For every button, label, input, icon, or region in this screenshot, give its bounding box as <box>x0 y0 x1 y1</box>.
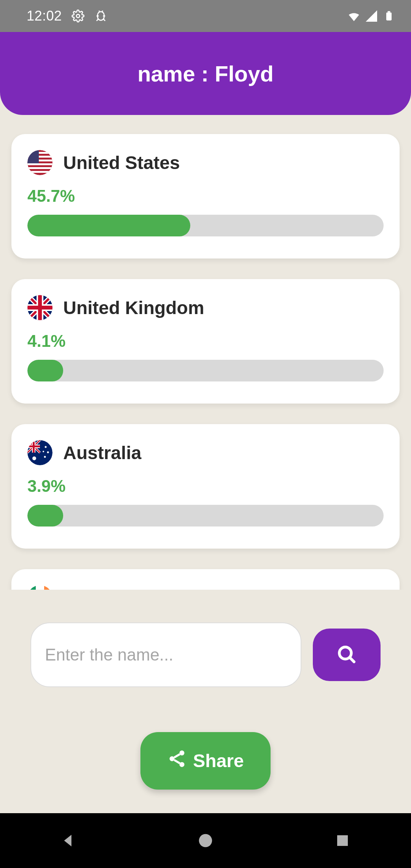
svg-point-30 <box>199 834 212 847</box>
progress-bar <box>27 505 384 527</box>
share-label: Share <box>193 750 244 771</box>
svg-rect-9 <box>27 163 53 165</box>
settings-icon <box>71 9 85 23</box>
svg-point-21 <box>43 451 44 452</box>
card-header: United States <box>27 150 384 175</box>
card-header: United Kingdom <box>27 295 384 320</box>
svg-point-19 <box>47 452 49 453</box>
country-name: Ireland <box>63 587 123 590</box>
svg-rect-10 <box>27 167 53 169</box>
flag-icon <box>27 150 53 175</box>
svg-rect-24 <box>36 585 44 590</box>
svg-point-28 <box>170 756 175 761</box>
flag-icon <box>27 295 53 320</box>
svg-point-0 <box>76 14 80 18</box>
svg-rect-23 <box>27 585 36 590</box>
svg-rect-2 <box>386 13 392 21</box>
page-title: name : Floyd <box>137 61 274 86</box>
progress-bar <box>27 360 384 381</box>
flag-icon <box>27 440 53 465</box>
nav-recent-button[interactable] <box>331 829 354 852</box>
status-time: 12:02 <box>27 8 62 24</box>
battery-icon <box>382 9 396 23</box>
nav-back-button[interactable] <box>57 829 80 852</box>
name-search-input[interactable] <box>30 622 301 687</box>
progress-bar <box>27 215 384 236</box>
country-name: Australia <box>63 442 141 463</box>
card-header: Ireland <box>27 585 384 590</box>
country-name: United States <box>63 152 180 173</box>
percent-label: 4.1% <box>27 332 384 351</box>
progress-fill <box>27 505 63 527</box>
svg-point-18 <box>45 446 47 448</box>
wifi-icon <box>347 9 361 23</box>
svg-rect-6 <box>27 152 53 154</box>
result-card: United Kingdom4.1% <box>11 279 400 404</box>
svg-point-17 <box>32 456 36 460</box>
progress-fill <box>27 360 63 381</box>
app-header: name : Floyd <box>0 32 411 115</box>
svg-point-29 <box>180 762 185 767</box>
percent-label: 45.7% <box>27 187 384 206</box>
svg-point-20 <box>44 456 46 458</box>
svg-rect-3 <box>388 11 390 13</box>
status-bar: 12:02 <box>0 0 411 32</box>
result-card: United States45.7% <box>11 134 400 258</box>
percent-label: 3.9% <box>27 477 384 496</box>
svg-point-27 <box>180 750 185 755</box>
status-right <box>347 9 396 23</box>
share-icon <box>167 749 187 773</box>
search-row <box>0 590 411 687</box>
card-header: Australia <box>27 440 384 465</box>
flag-icon <box>27 585 53 590</box>
nav-home-button[interactable] <box>194 829 217 852</box>
result-card: Ireland <box>11 569 400 590</box>
status-left: 12:02 <box>27 8 108 24</box>
progress-fill <box>27 215 190 236</box>
svg-rect-12 <box>27 150 39 163</box>
search-icon <box>336 643 358 667</box>
svg-rect-25 <box>44 585 53 590</box>
system-nav-bar <box>0 813 411 868</box>
share-button[interactable]: Share <box>140 732 270 790</box>
svg-rect-31 <box>337 835 348 846</box>
debug-icon <box>94 9 108 23</box>
signal-icon <box>365 9 378 23</box>
search-button[interactable] <box>313 629 381 681</box>
svg-rect-11 <box>27 171 53 173</box>
share-row: Share <box>0 687 411 813</box>
country-name: United Kingdom <box>63 297 204 318</box>
result-card: Australia3.9% <box>11 424 400 549</box>
results-list[interactable]: United States45.7%United Kingdom4.1%Aust… <box>0 115 411 590</box>
